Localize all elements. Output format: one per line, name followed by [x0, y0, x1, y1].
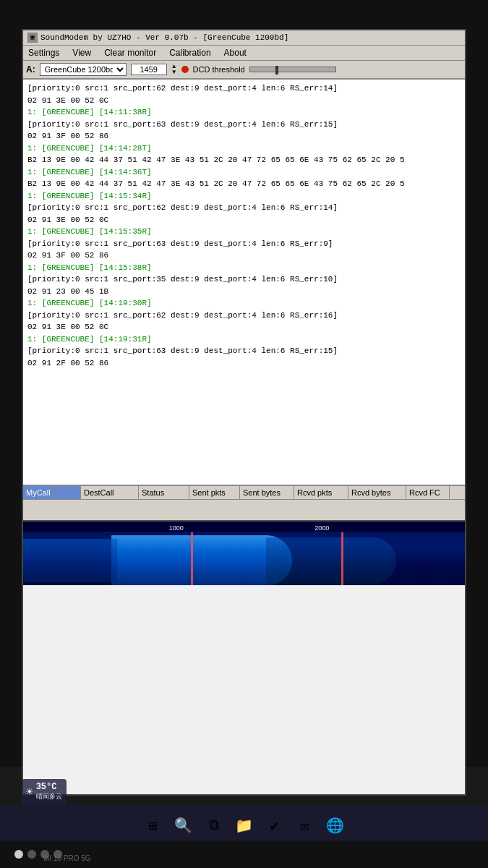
spectrum-blob-3	[266, 537, 396, 584]
chrome-icon: 🌐	[326, 817, 344, 835]
taskview-icon: ⧉	[209, 817, 219, 834]
col-status: Status	[139, 486, 189, 499]
log-line: 02 91 2F 00 52 86	[27, 357, 461, 370]
folder-icon: 📁	[235, 817, 253, 835]
weather-widget: ☀ 35°C 晴间多云	[22, 779, 67, 804]
log-line: 1: [GREENCUBE] [14:19:30R]	[27, 297, 461, 310]
taskbar-mail[interactable]: ✉	[293, 813, 317, 838]
dcd-indicator	[181, 66, 189, 73]
threshold-container	[249, 67, 462, 72]
log-line: [priority:0 src:1 src_port:62 dest:9 des…	[27, 310, 461, 322]
log-line: 1: [GREENCUBE] [14:14:28T]	[27, 142, 461, 155]
threshold-slider	[275, 66, 278, 75]
dot-1	[14, 850, 23, 859]
channel-select[interactable]: GreenCube 1200bd	[40, 63, 127, 76]
phone-bottom-bar: MI 10 PRO 5G	[0, 841, 488, 868]
wf-marker-2000: 2000	[314, 524, 329, 532]
menu-bar: Settings View Clear monitor Calibration …	[23, 46, 465, 61]
log-line: 02 91 3F 00 52 86	[27, 250, 461, 262]
spectrum-blob-2	[23, 539, 117, 582]
phone-model: MI 10 PRO 5G	[43, 854, 91, 862]
log-line: B2 13 9E 00 42 44 37 51 42 47 3E 43 51 2…	[27, 154, 461, 166]
col-rcvd-bytes: Rcvd bytes	[348, 486, 406, 499]
mail-icon: ✉	[300, 817, 309, 835]
log-line: [priority:0 src:1 src_port:35 dest:9 des…	[27, 273, 461, 286]
log-area[interactable]: [priority:0 src:1 src_port:62 dest:9 des…	[23, 80, 465, 485]
waterfall: 1000 2000	[23, 520, 465, 585]
menu-about[interactable]: About	[222, 47, 249, 59]
freq-down[interactable]: ▼	[171, 69, 177, 75]
check-icon: ✔	[270, 817, 278, 835]
log-line: [priority:0 src:1 src_port:62 dest:9 des…	[27, 202, 461, 214]
app-icon: ▣	[27, 33, 38, 43]
table-row	[23, 500, 465, 520]
wf-marker-1000: 1000	[169, 524, 184, 532]
weather-subtitle: 晴间多云	[36, 792, 62, 801]
wf-highlight-2	[341, 532, 343, 585]
title-bar: ▣ SoundModem by UZ7HO - Ver 0.07b - [Gre…	[23, 30, 465, 46]
dcd-label: DCD threshold	[193, 65, 245, 74]
toolbar: A: GreenCube 1200bd ▲ ▼ DCD threshold	[23, 61, 465, 80]
search-icon: 🔍	[174, 817, 192, 835]
taskbar-windows[interactable]: ⊞	[141, 813, 166, 838]
table-area: MyCall DestCall Status Sent pkts Sent by…	[23, 485, 465, 520]
windows-icon: ⊞	[148, 817, 157, 835]
log-line: 02 91 3E 00 52 0C	[27, 321, 461, 333]
col-sent-bytes: Sent bytes	[240, 486, 294, 499]
weather-icon: ☀	[26, 785, 33, 799]
log-line: [priority:0 src:1 src_port:63 dest:9 des…	[27, 238, 461, 250]
log-line: 1: [GREENCUBE] [14:19:31R]	[27, 333, 461, 346]
menu-settings[interactable]: Settings	[26, 47, 61, 59]
taskbar-explorer[interactable]: 📁	[232, 813, 257, 838]
log-line: [priority:0 src:1 src_port:62 dest:9 des…	[27, 82, 461, 95]
col-sent-pkts: Sent pkts	[189, 486, 240, 499]
dot-2	[27, 850, 36, 859]
log-line: [priority:0 src:1 src_port:63 dest:9 des…	[27, 345, 461, 357]
main-screen: ▣ SoundModem by UZ7HO - Ver 0.07b - [Gre…	[22, 29, 466, 796]
taskbar-taskview[interactable]: ⧉	[202, 813, 226, 838]
col-mycall: MyCall	[23, 486, 81, 499]
threshold-track[interactable]	[249, 67, 336, 72]
log-line: 1: [GREENCUBE] [14:15:35R]	[27, 226, 461, 238]
taskbar-chrome[interactable]: 🌐	[323, 813, 348, 838]
log-line: 02 91 23 00 45 1B	[27, 286, 461, 298]
channel-label: A:	[26, 64, 35, 75]
spectrum-blob-1	[111, 535, 292, 585]
col-rcvd-pkts: Rcvd pkts	[294, 486, 348, 499]
log-line: 02 91 3E 00 52 0C	[27, 214, 461, 226]
waterfall-scale: 1000 2000	[23, 523, 465, 533]
log-line: 1: [GREENCUBE] [14:15:34R]	[27, 190, 461, 203]
taskbar-check[interactable]: ✔	[262, 813, 287, 838]
menu-clear-monitor[interactable]: Clear monitor	[102, 47, 158, 59]
log-line: 1: [GREENCUBE] [14:15:38R]	[27, 262, 461, 274]
taskbar-search[interactable]: 🔍	[171, 813, 196, 838]
menu-calibration[interactable]: Calibration	[167, 47, 213, 59]
freq-input[interactable]	[131, 64, 167, 75]
col-rcvd-fc: Rcvd FC	[406, 486, 450, 499]
log-line: 1: [GREENCUBE] [14:14:36T]	[27, 166, 461, 179]
taskbar-bg: ☀ 35°C 晴间多云 ⊞ 🔍 ⧉ 📁 ✔ ✉ 🌐	[0, 804, 488, 841]
menu-view[interactable]: View	[70, 47, 93, 59]
taskbar: ⊞ 🔍 ⧉ 📁 ✔ ✉ 🌐	[0, 810, 488, 841]
wf-highlight-1	[191, 532, 193, 585]
col-destcall: DestCall	[81, 486, 139, 499]
log-line: [priority:0 src:1 src_port:63 dest:9 des…	[27, 119, 461, 131]
weather-temp: 35°C	[36, 782, 62, 792]
window-title: SoundModem by UZ7HO - Ver 0.07b - [Green…	[40, 33, 288, 42]
table-header: MyCall DestCall Status Sent pkts Sent by…	[23, 486, 465, 500]
log-line: B2 13 9E 00 42 44 37 51 42 47 3E 43 51 2…	[27, 178, 461, 190]
log-line: 02 91 3F 00 52 86	[27, 130, 461, 142]
log-line: 1: [GREENCUBE] [14:11:38R]	[27, 106, 461, 119]
log-line: 02 91 3E 00 52 0C	[27, 95, 461, 107]
waterfall-signals	[23, 532, 465, 585]
